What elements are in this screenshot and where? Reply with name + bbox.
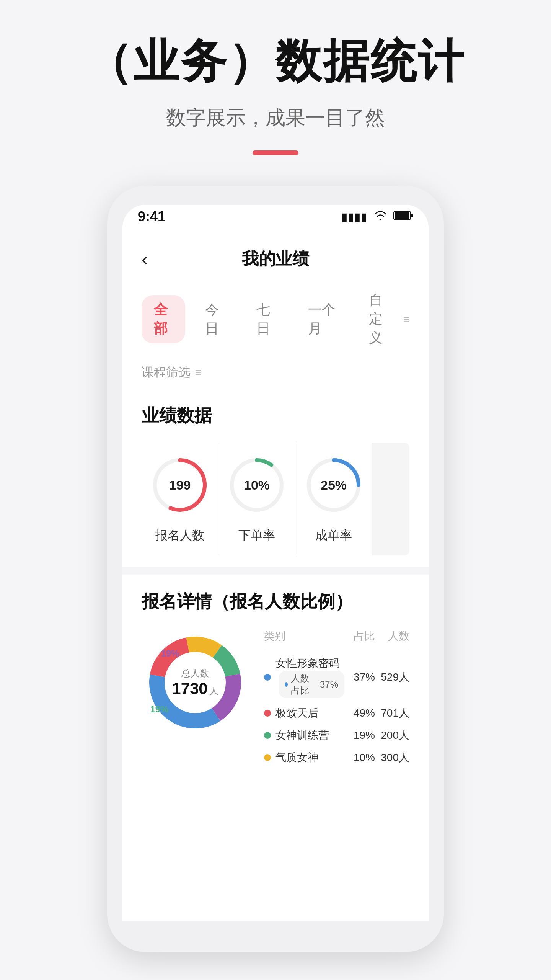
donut-label-purple: 19% xyxy=(161,648,179,659)
table-header-row: 类别 占比 人数 xyxy=(264,629,409,650)
circle-value-order: 10% xyxy=(244,478,270,493)
legend-badge-value-0: 37% xyxy=(320,679,338,690)
legend-dot-3 xyxy=(264,754,271,761)
stats-row: 199 报名人数 10% 下单率 xyxy=(122,435,429,567)
filter-tabs: 全部 今日 七日 一个月 自定义 ≡ xyxy=(122,282,429,356)
phone-content: ‹ 我的业绩 全部 今日 七日 一个月 自定义 ≡ 课程筛选 ≡ 业绩数据 xyxy=(122,232,429,921)
status-icons: ▮▮▮▮ xyxy=(341,210,413,224)
red-divider-bar xyxy=(253,150,298,155)
course-filter[interactable]: 课程筛选 ≡ xyxy=(122,356,429,389)
circle-signup-count: 199 xyxy=(149,454,210,516)
legend-badge-dot-0 xyxy=(285,682,288,687)
phone-time: 9:41 xyxy=(138,209,165,225)
wifi-icon xyxy=(373,210,387,224)
donut-center-unit: 人 xyxy=(209,685,218,697)
donut-center-label: 总人数 xyxy=(172,667,218,679)
marketing-area: （业务）数据统计 数字展示，成果一目了然 xyxy=(0,0,551,170)
nav-header: ‹ 我的业绩 xyxy=(122,232,429,282)
section-divider xyxy=(122,567,429,575)
legend-count-1: 701人 xyxy=(375,706,409,720)
donut-label-yellow: 13% xyxy=(193,637,211,648)
stat-label-conversion: 成单率 xyxy=(315,527,352,544)
legend-name-3: 气质女神 xyxy=(276,750,344,765)
legend-row-3: 气质女神 10% 300人 xyxy=(264,750,409,765)
signup-section: 报名详情（报名人数比例） xyxy=(122,575,429,784)
legend-row-1: 极致天后 49% 701人 xyxy=(264,706,409,720)
stats-section-title: 业绩数据 xyxy=(122,389,429,435)
tab-custom-container: 自定义 ≡ xyxy=(357,286,409,353)
donut-center: 总人数 1730 人 xyxy=(172,667,218,698)
donut-chart: 总人数 1730 人 19% 13% 19% xyxy=(142,629,249,736)
circle-value-conversion: 25% xyxy=(321,478,347,493)
legend-dot-1 xyxy=(264,710,271,717)
stat-label-signup: 报名人数 xyxy=(155,527,204,544)
legend-pct-2: 19% xyxy=(344,729,375,742)
table-col-pct: 占比 xyxy=(344,629,375,644)
tab-one-month[interactable]: 一个月 xyxy=(296,295,349,343)
legend-badge-label-0: 人数占比 xyxy=(291,672,317,697)
tab-today[interactable]: 今日 xyxy=(193,295,236,343)
legend-badge-0: 人数占比 37% xyxy=(279,671,344,698)
status-bar: 9:41 ▮▮▮▮ xyxy=(122,205,429,232)
tab-seven-days[interactable]: 七日 xyxy=(244,295,288,343)
legend-dot-2 xyxy=(264,732,271,739)
legend-name-2: 女神训练营 xyxy=(276,728,344,743)
marketing-title: （业务）数据统计 xyxy=(86,31,465,93)
legend-name-1: 极致天后 xyxy=(276,706,344,720)
legend-dot-0 xyxy=(264,674,271,681)
marketing-subtitle: 数字展示，成果一目了然 xyxy=(166,105,385,131)
legend-name-0: 女性形象密码 xyxy=(276,656,344,671)
signup-section-title: 报名详情（报名人数比例） xyxy=(142,590,409,614)
circle-value-signup: 199 xyxy=(169,478,191,493)
stat-card-partial xyxy=(372,443,409,555)
battery-icon xyxy=(393,210,413,224)
stat-card-conversion: 25% 成单率 xyxy=(295,443,372,555)
course-filter-icon[interactable]: ≡ xyxy=(195,366,201,379)
legend-pct-1: 49% xyxy=(344,707,375,719)
page-title: 我的业绩 xyxy=(242,248,309,270)
circle-order-rate: 10% xyxy=(226,454,287,516)
donut-center-number: 1730 xyxy=(172,679,207,698)
legend-count-0: 529人 xyxy=(375,670,409,684)
legend-row-2: 女神训练营 19% 200人 xyxy=(264,728,409,743)
signal-icon: ▮▮▮▮ xyxy=(341,210,367,224)
legend-count-2: 200人 xyxy=(375,728,409,743)
legend-name-area-0: 女性形象密码 人数占比 37% xyxy=(276,656,344,698)
donut-label-green: 19% xyxy=(150,704,168,715)
stat-label-order: 下单率 xyxy=(238,527,275,544)
filter-lines-icon[interactable]: ≡ xyxy=(403,313,409,325)
legend-pct-0: 37% xyxy=(344,671,375,683)
tab-custom[interactable]: 自定义 xyxy=(357,286,399,353)
back-button[interactable]: ‹ xyxy=(142,248,148,270)
svg-rect-2 xyxy=(411,214,413,217)
table-col-class: 类别 xyxy=(264,629,344,644)
legend-row-0: 女性形象密码 人数占比 37% 37% 529人 xyxy=(264,656,409,698)
circle-conversion: 25% xyxy=(303,454,364,516)
phone-frame: 9:41 ▮▮▮▮ ‹ 我的业绩 xyxy=(107,186,444,952)
legend-table: 类别 占比 人数 女性形象密码 人数占比 37% xyxy=(264,629,409,773)
chart-area: 总人数 1730 人 19% 13% 19% xyxy=(142,629,409,773)
tab-all[interactable]: 全部 xyxy=(142,295,185,343)
course-filter-label: 课程筛选 xyxy=(142,364,191,381)
svg-rect-1 xyxy=(395,212,409,219)
table-col-count: 人数 xyxy=(375,629,409,644)
legend-pct-3: 10% xyxy=(344,751,375,764)
legend-count-3: 300人 xyxy=(375,750,409,765)
stat-card-order-rate: 10% 下单率 xyxy=(218,443,295,555)
stat-card-signup-count: 199 报名人数 xyxy=(142,443,218,555)
